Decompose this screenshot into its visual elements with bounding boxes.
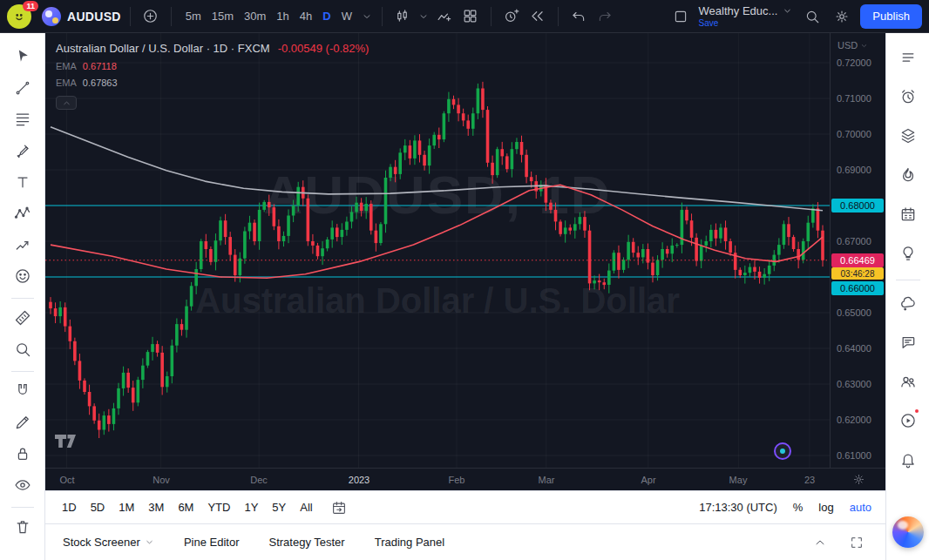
search-button[interactable] (801, 4, 824, 29)
range-5d-button[interactable]: 5D (85, 498, 112, 516)
notifications-icon[interactable] (891, 442, 926, 477)
timeframe-15m-button[interactable]: 15m (207, 7, 239, 25)
time-axis[interactable]: OctNovDec2023FebMarAprMay23 (45, 468, 885, 490)
range-5y-button[interactable]: 5Y (266, 498, 292, 516)
auto-scale-button[interactable]: auto (850, 501, 871, 514)
layout-templates-button[interactable] (459, 4, 482, 29)
toolbar-separator (11, 371, 34, 372)
lock-tool-icon[interactable] (8, 439, 37, 469)
panel-tab-pine-editor[interactable]: Pine Editor (184, 536, 240, 549)
watchlist-icon[interactable] (891, 40, 926, 75)
chart-style-button[interactable] (391, 4, 414, 29)
price-level-label[interactable]: 0.66000 (831, 281, 884, 295)
people-icon[interactable] (891, 364, 926, 399)
indicators-button[interactable] (433, 4, 456, 29)
news-icon[interactable] (891, 118, 926, 153)
undo-button[interactable] (567, 4, 590, 29)
trash-tool-icon[interactable] (8, 512, 37, 542)
publish-button[interactable]: Publish (860, 4, 922, 29)
minds-icon[interactable] (891, 286, 926, 320)
price-tick: 0.69000 (837, 164, 871, 176)
range-toolbar: 1D5D1M3M6MYTD1Y5YAll 17:13:30 (UTC) % lo… (45, 490, 885, 523)
zoom-tool-icon[interactable] (8, 334, 37, 364)
axis-settings-gear[interactable] (845, 473, 871, 486)
redo-button[interactable] (593, 4, 616, 29)
timeframe-menu-chevron[interactable] (361, 4, 373, 29)
range-ytd-button[interactable]: YTD (201, 498, 236, 516)
range-all-button[interactable]: All (294, 498, 318, 516)
ideas-icon[interactable] (891, 236, 926, 271)
hotlists-icon[interactable] (891, 158, 926, 192)
ema-legend-row[interactable]: EMA0.67118 (56, 61, 369, 71)
symbol-switcher[interactable]: AUDUSD (42, 7, 121, 26)
axis-currency[interactable]: USD (837, 40, 868, 51)
timeframe-30m-button[interactable]: 30m (239, 7, 271, 25)
bar-replay-button[interactable] (526, 4, 549, 29)
toolbar-separator (11, 298, 34, 299)
price-tick: 0.71000 (837, 92, 871, 105)
eye-tool-icon[interactable] (8, 470, 37, 500)
measure-tool-icon[interactable] (8, 303, 37, 333)
goto-date-icon[interactable] (331, 500, 347, 516)
price-axis[interactable]: USD 0.720000.710000.700000.690000.670000… (830, 33, 885, 468)
calendar-icon[interactable] (891, 197, 926, 232)
panel-tab-trading-panel[interactable]: Trading Panel (375, 536, 444, 549)
price-level-label[interactable]: 0.68000 (831, 199, 884, 213)
brush-tool-icon[interactable] (8, 136, 37, 165)
magnet-tool-icon[interactable] (8, 376, 37, 406)
panel-maximize-icon[interactable] (845, 530, 868, 555)
timeframe-d-button[interactable]: D (317, 7, 336, 25)
range-1y-button[interactable]: 1Y (238, 498, 264, 516)
cursor-tool-icon[interactable] (8, 42, 37, 71)
tradingview-logo[interactable] (54, 434, 78, 449)
price-tick: 0.63000 (837, 378, 871, 390)
log-scale-button[interactable]: log (818, 501, 833, 514)
layout-switcher[interactable]: Wealthy Educ... Save (699, 5, 793, 28)
alerts-icon[interactable] (891, 79, 926, 114)
create-alert-button[interactable] (500, 4, 523, 29)
emoji-tool-icon[interactable] (8, 261, 37, 291)
price-tick: 0.61000 (837, 449, 871, 462)
user-avatar[interactable]: 11 (7, 4, 31, 29)
chart-region: AUDUSD, 1D Australian Dollar / U.S. Doll… (45, 33, 885, 560)
utc-clock[interactable]: 17:13:30 (UTC) (699, 501, 777, 514)
range-1d-button[interactable]: 1D (56, 498, 83, 516)
layout-name: Wealthy Educ... (699, 5, 778, 17)
timeframe-4h-button[interactable]: 4h (295, 7, 317, 25)
chart-badge[interactable] (774, 442, 791, 460)
text-tool-icon[interactable] (8, 167, 37, 197)
forecast-tool-icon[interactable] (8, 230, 37, 260)
timeframe-w-button[interactable]: W (336, 7, 357, 25)
last-price-label: 0.66469 (831, 253, 884, 267)
fib-retracement-tool-icon[interactable] (8, 105, 37, 134)
legend-collapse-button[interactable] (56, 96, 77, 110)
sidebar-separator (896, 280, 920, 280)
panel-expand-chevron[interactable] (809, 530, 831, 555)
layout-icon[interactable] (669, 4, 692, 29)
save-button[interactable]: Save (699, 18, 793, 28)
settings-button[interactable] (831, 4, 853, 29)
ema-legend-row[interactable]: EMA0.67863 (56, 78, 369, 88)
divider (491, 7, 492, 26)
edit-tool-icon[interactable] (8, 408, 37, 437)
streams-icon[interactable] (891, 403, 926, 438)
panel-tab-strategy-tester[interactable]: Strategy Tester (268, 536, 344, 549)
chart-style-chevron[interactable] (417, 4, 430, 29)
add-symbol-button[interactable] (139, 4, 162, 29)
panel-tab-label: Trading Panel (375, 536, 444, 549)
chat-icon[interactable] (891, 325, 926, 360)
range-3m-button[interactable]: 3M (142, 498, 170, 516)
panel-tab-stock-screener[interactable]: Stock Screener (63, 536, 154, 549)
percent-scale-button[interactable]: % (793, 501, 804, 514)
range-1m-button[interactable]: 1M (112, 498, 140, 516)
xabcd-pattern-tool-icon[interactable] (8, 199, 37, 228)
time-tick: 23 (804, 469, 815, 491)
timeframe-1h-button[interactable]: 1h (271, 7, 294, 25)
range-6m-button[interactable]: 6M (172, 498, 200, 516)
chart-pane[interactable]: AUDUSD, 1D Australian Dollar / U.S. Doll… (45, 33, 830, 468)
symbol-title[interactable]: Australian Dollar / U.S. Dollar · 1D · F… (56, 42, 270, 55)
timeframe-5m-button[interactable]: 5m (180, 7, 207, 25)
indicator-legend: EMA0.67118EMA0.67863 (56, 61, 369, 88)
assistant-sphere-button[interactable] (892, 516, 924, 548)
trend-line-tool-icon[interactable] (8, 73, 37, 103)
